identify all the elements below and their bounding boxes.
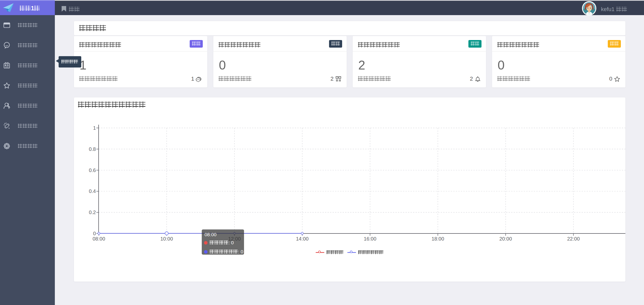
svg-text:16:00: 16:00 <box>364 236 376 242</box>
svg-text:0.4: 0.4 <box>89 188 96 194</box>
svg-text:1: 1 <box>93 125 96 131</box>
svg-text:0.8: 0.8 <box>89 146 96 152</box>
svg-text:0.2: 0.2 <box>89 210 96 215</box>
svg-text:18:00: 18:00 <box>431 236 444 242</box>
svg-text:22:00: 22:00 <box>567 236 580 242</box>
svg-text:10:00: 10:00 <box>160 236 173 242</box>
svg-text:0: 0 <box>93 231 96 236</box>
svg-text:0.6: 0.6 <box>89 167 96 173</box>
svg-text:08:00: 08:00 <box>93 236 105 242</box>
svg-text:14:00: 14:00 <box>296 236 308 242</box>
svg-text:20:00: 20:00 <box>499 236 512 242</box>
